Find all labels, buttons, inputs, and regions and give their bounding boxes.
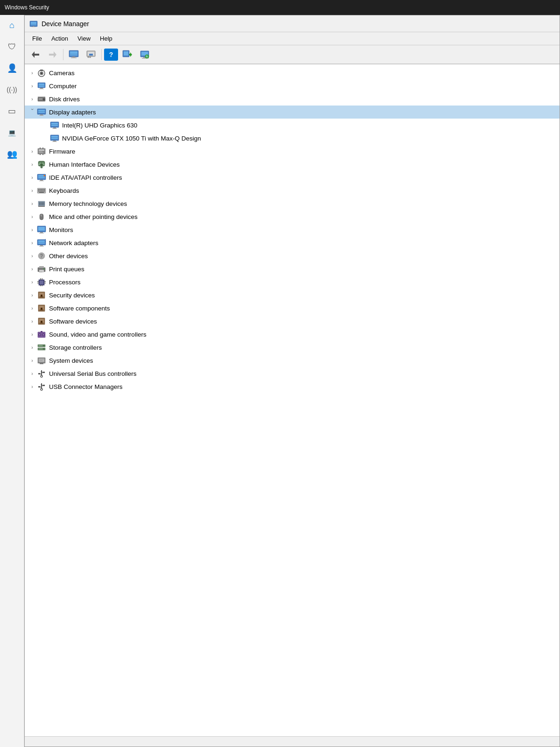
toolbar-back-button[interactable] [28, 48, 43, 62]
toolbar-driver-button[interactable]: ≡≡ [83, 48, 99, 62]
svg-rect-36 [39, 89, 44, 89]
cameras-label: Cameras [49, 70, 75, 77]
toolbar-action-button[interactable] [119, 48, 135, 62]
menu-view[interactable]: View [74, 34, 94, 43]
tree-item-system[interactable]: › System devices [25, 354, 560, 367]
sidebar-icon-user[interactable]: 👤 [6, 62, 19, 75]
svg-rect-79 [38, 189, 39, 190]
chevron-processors: › [28, 280, 36, 285]
toolbar-help-button[interactable]: ? [104, 49, 118, 61]
processor-icon [37, 278, 46, 286]
svg-rect-1 [31, 22, 36, 25]
menu-action[interactable]: Action [48, 34, 72, 43]
tree-item-intel[interactable]: › Intel(R) UHD Graphics 630 [25, 119, 560, 132]
svg-rect-106 [39, 246, 44, 247]
monitor-icon [37, 226, 46, 234]
menu-file[interactable]: File [28, 34, 46, 43]
tree-item-keyboards[interactable]: › Keyboards [25, 184, 560, 197]
software-devices-icon [37, 317, 46, 325]
sidebar-icon-shield[interactable]: 🛡 [6, 40, 19, 53]
tree-item-ide[interactable]: › IDE ATA/ATAPI controllers [25, 171, 560, 184]
tree-item-mice[interactable]: › Mice and other pointing devices [25, 210, 560, 223]
device-manager-window: Device Manager File Action View Help [24, 15, 560, 747]
tree-item-sound[interactable]: › Sound, video and game controllers [25, 328, 560, 341]
security-label: Security devices [49, 292, 95, 299]
tree-item-usbconn[interactable]: › USB Connector Managers [25, 380, 560, 393]
chevron-software-devices: › [28, 319, 36, 324]
svg-rect-60 [39, 152, 43, 153]
usb-label: Universal Serial Bus controllers [49, 370, 137, 377]
svg-rect-39 [39, 99, 42, 99]
software-devices-label: Software devices [49, 318, 97, 325]
tree-item-monitors[interactable]: › Monitors [25, 223, 560, 236]
tree-item-usb[interactable]: › Universal Serial Bus controllers [25, 367, 560, 380]
toolbar-separator-1 [63, 49, 63, 60]
svg-rect-82 [42, 189, 43, 190]
tree-item-nvidia[interactable]: › NVIDIA GeForce GTX 1050 Ti with Max-Q … [25, 132, 560, 145]
nvidia-display-icon [50, 134, 59, 142]
sidebar-icon-home[interactable]: ⌂ [6, 19, 19, 32]
svg-rect-151 [39, 349, 42, 349]
usb-icon [37, 369, 46, 378]
svg-marker-158 [41, 370, 42, 372]
dm-tree-content[interactable]: › Cameras › [25, 64, 560, 736]
svg-point-69 [39, 164, 40, 165]
svg-rect-58 [39, 149, 44, 151]
tree-item-hid[interactable]: › Human Interface Devices [25, 158, 560, 171]
tree-item-security[interactable]: › Security devices [25, 289, 560, 302]
nvidia-label: NVIDIA GeForce GTX 1050 Ti with Max-Q De… [62, 135, 201, 142]
tree-item-computer[interactable]: › Computer [25, 79, 560, 92]
toolbar-properties-button[interactable] [66, 48, 82, 62]
svg-rect-19 [124, 51, 128, 56]
svg-rect-98 [41, 215, 42, 216]
sidebar-icon-laptop[interactable]: 💻 [6, 126, 19, 139]
svg-rect-62 [42, 148, 43, 148]
security-dev-icon [37, 291, 46, 299]
svg-rect-102 [39, 233, 44, 233]
tree-item-print[interactable]: › Print queues [25, 262, 560, 275]
svg-point-148 [43, 345, 45, 346]
usbconn-label: USB Connector Managers [49, 383, 123, 390]
svg-rect-156 [39, 360, 42, 361]
toolbar-monitor-button[interactable]: 🔍 [137, 48, 153, 62]
svg-rect-66 [39, 162, 41, 164]
sidebar-icon-wifi[interactable]: ((·)) [6, 83, 19, 96]
tree-item-diskdrives[interactable]: › Disk drives [25, 92, 560, 106]
chevron-system: › [28, 358, 36, 363]
tree-item-other[interactable]: › ? Other devices [25, 249, 560, 262]
tree-item-processors[interactable]: › Processors [25, 275, 560, 289]
svg-rect-6 [35, 54, 39, 56]
svg-point-40 [43, 99, 45, 100]
svg-text:?: ? [40, 254, 43, 259]
menu-help[interactable]: Help [96, 34, 116, 43]
tree-item-software-devices[interactable]: › Software devices [25, 315, 560, 328]
svg-marker-20 [130, 52, 132, 57]
svg-rect-101 [40, 232, 43, 233]
tree-item-software-components[interactable]: › Software components [25, 302, 560, 315]
keyboard-icon [37, 186, 46, 195]
sound-icon [37, 330, 46, 338]
svg-rect-41 [38, 97, 45, 98]
sidebar-icon-people[interactable]: 👥 [6, 148, 19, 161]
tree-item-storage[interactable]: › Storage controllers [25, 341, 560, 354]
print-icon [37, 265, 46, 273]
software-components-label: Software components [49, 305, 110, 312]
usbconn-icon [37, 382, 46, 391]
tree-item-cameras[interactable]: › Cameras [25, 66, 560, 79]
tree-item-firmware[interactable]: › Firmware [25, 145, 560, 158]
tree-item-memory[interactable]: › Memory technology devices [25, 197, 560, 210]
intel-label: Intel(R) UHD Graphics 630 [62, 122, 137, 129]
chevron-mice: › [28, 214, 36, 219]
toolbar-forward-button[interactable] [45, 48, 61, 62]
svg-rect-145 [41, 331, 42, 332]
tree-item-displayadapters[interactable]: › Display adapters [25, 106, 560, 119]
monitors-label: Monitors [49, 226, 73, 233]
svg-rect-61 [40, 148, 41, 148]
svg-rect-75 [39, 181, 44, 181]
tree-item-network[interactable]: › Network adapters [25, 236, 560, 249]
svg-rect-139 [41, 321, 42, 323]
svg-rect-35 [40, 88, 43, 89]
sidebar-icon-screen[interactable]: ▭ [6, 105, 19, 118]
svg-rect-74 [40, 180, 43, 181]
svg-rect-80 [40, 189, 41, 190]
